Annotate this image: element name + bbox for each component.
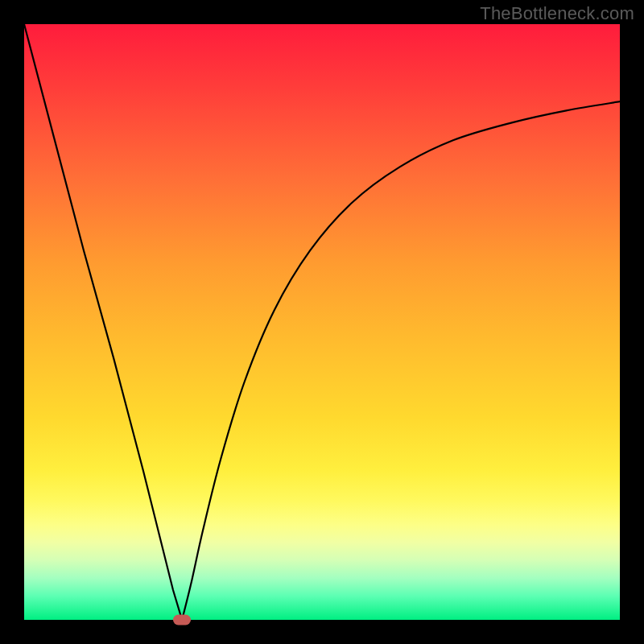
bottleneck-curve bbox=[24, 24, 620, 620]
curve-path bbox=[24, 24, 620, 620]
min-point-marker bbox=[173, 615, 191, 625]
plot-area bbox=[24, 24, 620, 620]
chart-frame: TheBottleneck.com bbox=[0, 0, 644, 644]
watermark-text: TheBottleneck.com bbox=[480, 3, 634, 24]
